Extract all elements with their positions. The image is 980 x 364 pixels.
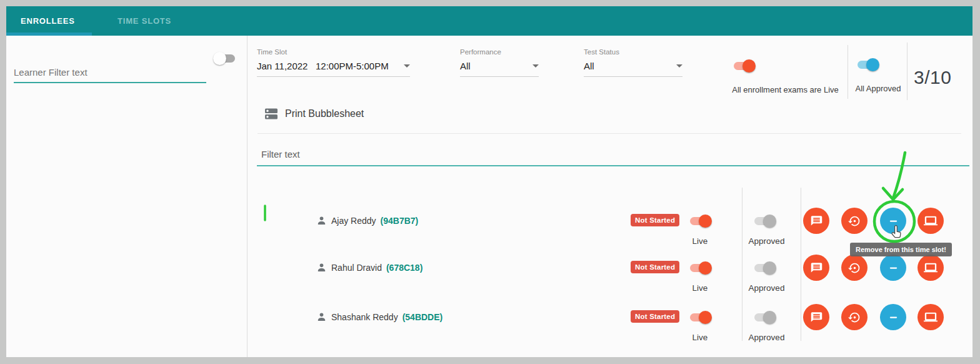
comment-button[interactable]	[803, 208, 829, 234]
reset-exam-button[interactable]	[841, 208, 868, 234]
live-toggle[interactable]	[688, 311, 711, 324]
remove-from-slot-button[interactable]	[880, 304, 906, 330]
all-approved-toggle[interactable]	[856, 58, 879, 71]
person-icon	[316, 262, 327, 273]
reset-exam-button[interactable]	[841, 255, 868, 281]
learner-filter-toggle[interactable]	[214, 52, 237, 65]
enrollee-row: Shashank Reddy (54BDDE) Not Started Live…	[248, 291, 972, 341]
remove-tooltip: Remove from this time slot!	[850, 243, 952, 256]
toggle-thumb	[699, 215, 712, 228]
performance-label: Performance	[460, 48, 539, 56]
learner-name: Ajay Reddy	[331, 216, 376, 226]
divider	[907, 43, 908, 100]
time-slot-select[interactable]: Time Slot Jan 11,2022 12:00PM-5:00PM	[257, 48, 410, 77]
launch-exam-button[interactable]	[918, 304, 944, 330]
bubblesheet-icon	[264, 106, 279, 121]
launch-exam-button[interactable]	[918, 208, 944, 234]
toggle-thumb	[763, 215, 776, 228]
enrollee-list: Ajay Reddy (94B7B7) Not Started Live App…	[248, 198, 972, 341]
remove-from-slot-button[interactable]	[880, 255, 906, 281]
app-window: ENROLLEES TIME SLOTS Time Slot Jan 11,20…	[6, 6, 972, 357]
laptop-icon	[924, 214, 938, 228]
list-filter-input[interactable]	[257, 149, 969, 166]
laptop-icon	[924, 310, 938, 324]
tab-time-slots[interactable]: TIME SLOTS	[118, 6, 171, 36]
test-status-select[interactable]: Test Status All	[584, 48, 682, 77]
all-approved-label: All Approved	[850, 84, 906, 93]
status-badge: Not Started	[631, 310, 679, 323]
chevron-down-icon	[676, 64, 682, 68]
tab-enrollees[interactable]: ENROLLEES	[21, 6, 75, 36]
test-status-value: All	[584, 61, 594, 71]
learner-filter-input[interactable]	[14, 67, 206, 83]
learner-name: Rahul Dravid	[331, 263, 382, 273]
time-slot-value: Jan 11,2022 12:00PM-5:00PM	[257, 61, 389, 71]
toggle-thumb	[763, 261, 776, 275]
launch-exam-button[interactable]	[918, 255, 944, 281]
chat-icon	[810, 215, 823, 228]
learner-code: (678C18)	[386, 263, 422, 273]
screenshot-root: { "header": { "tabs": [ {"label": "ENROL…	[0, 0, 980, 364]
approved-toggle[interactable]	[752, 261, 776, 275]
toggle-thumb	[866, 58, 879, 71]
chat-icon	[810, 261, 823, 275]
test-status-label: Test Status	[584, 48, 682, 56]
comment-button[interactable]	[803, 255, 829, 281]
person-icon	[316, 215, 327, 226]
learner-name: Shashank Reddy	[331, 312, 398, 322]
toggle-thumb	[699, 261, 712, 275]
minus-icon	[887, 215, 900, 228]
print-bubblesheet-button[interactable]: Print Bubblesheet	[264, 106, 364, 121]
app-header: ENROLLEES TIME SLOTS	[6, 6, 972, 36]
restore-icon	[848, 311, 861, 324]
status-badge: Not Started	[631, 261, 679, 273]
live-toggle[interactable]	[688, 215, 711, 228]
toggle-thumb	[699, 311, 712, 324]
minus-icon	[887, 311, 900, 324]
toggle-thumb	[742, 59, 756, 73]
comment-button[interactable]	[803, 304, 829, 330]
learner-identity: Shashank Reddy (54BDDE)	[316, 311, 442, 322]
divider	[258, 133, 961, 134]
toggle-thumb	[213, 52, 226, 65]
app-body: Time Slot Jan 11,2022 12:00PM-5:00PM Per…	[6, 36, 972, 357]
remove-from-slot-button[interactable]	[880, 208, 906, 234]
minus-icon	[887, 261, 900, 275]
laptop-icon	[924, 261, 938, 275]
learner-identity: Rahul Dravid (678C18)	[316, 262, 422, 273]
all-live-toggle-block: All enrollment exams are Live	[728, 59, 843, 94]
learner-code: (94B7B7)	[381, 216, 419, 226]
sidebar	[6, 36, 248, 357]
toggle-thumb	[763, 311, 776, 324]
enrollee-row: Ajay Reddy (94B7B7) Not Started Live App…	[248, 198, 972, 245]
all-live-toggle[interactable]	[732, 59, 755, 73]
print-bubblesheet-label: Print Bubblesheet	[285, 108, 364, 119]
status-badge: Not Started	[631, 214, 679, 226]
time-slot-label: Time Slot	[257, 48, 410, 56]
approved-toggle[interactable]	[752, 311, 776, 324]
approved-label: Approved	[743, 333, 790, 342]
all-approved-toggle-block: All Approved	[850, 58, 906, 93]
approved-toggle[interactable]	[752, 215, 776, 228]
learner-identity: Ajay Reddy (94B7B7)	[316, 215, 418, 226]
restore-icon	[848, 215, 861, 228]
learner-code: (54BDDE)	[402, 312, 443, 322]
performance-select[interactable]: Performance All	[460, 48, 539, 77]
all-live-label: All enrollment exams are Live	[728, 85, 843, 94]
chat-icon	[810, 311, 823, 324]
live-toggle[interactable]	[688, 261, 711, 275]
live-label: Live	[678, 333, 722, 342]
divider	[848, 45, 848, 99]
performance-value: All	[460, 61, 471, 71]
main-panel: Time Slot Jan 11,2022 12:00PM-5:00PM Per…	[248, 36, 972, 357]
enrollment-counter: 3/10	[914, 67, 951, 88]
chevron-down-icon	[404, 64, 410, 68]
restore-icon	[848, 261, 861, 275]
chevron-down-icon	[532, 64, 539, 68]
person-icon	[316, 311, 327, 322]
reset-exam-button[interactable]	[841, 304, 868, 330]
